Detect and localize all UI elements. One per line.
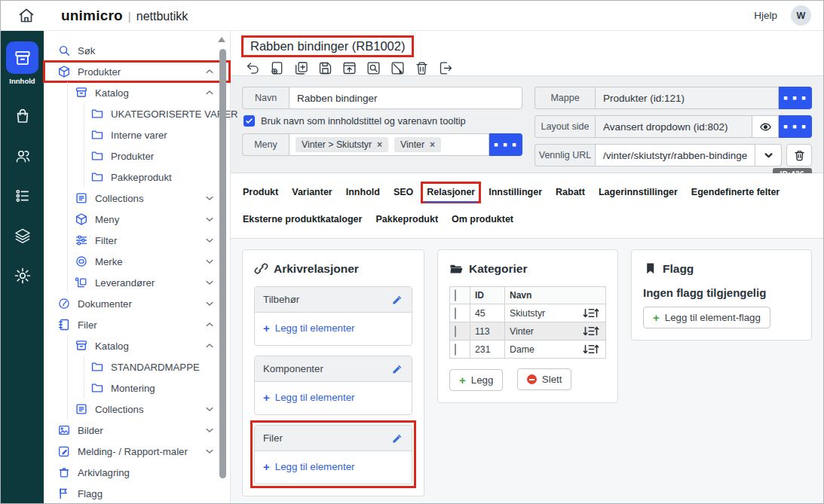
sidebar-item-interne-varer[interactable]: Interne varer <box>44 124 230 145</box>
catalog-icon <box>75 86 88 99</box>
scrollbar-thumb[interactable] <box>219 49 226 478</box>
chevron-up-icon <box>204 341 215 351</box>
categories-card: Kategorier IDNavn 45 Skiutstyr 113 Vinte… <box>437 249 618 403</box>
export-button[interactable] <box>438 60 454 76</box>
tab-seo[interactable]: SEO <box>394 185 413 203</box>
name-input[interactable] <box>289 87 522 109</box>
relation-group-title: Tilbehør <box>263 294 299 305</box>
sidebar-item-katalog[interactable]: Katalog <box>44 335 230 356</box>
remove-tag-icon[interactable]: × <box>377 139 382 150</box>
add-elements-link[interactable]: +Legg til elementer <box>263 322 354 334</box>
sidebar-item-produkter[interactable]: Produkter <box>44 145 230 166</box>
home-icon[interactable] <box>17 7 35 25</box>
scrollbar-up-arrow[interactable] <box>218 37 225 42</box>
rail-item-customers[interactable] <box>14 147 32 165</box>
sidebar-item-arkivlagring[interactable]: Arkivlagring <box>44 462 230 483</box>
tab-varianter[interactable]: Varianter <box>292 185 332 203</box>
avatar[interactable]: W <box>791 5 811 26</box>
edit-pencil-icon[interactable] <box>391 432 403 444</box>
select-all-checkbox[interactable] <box>455 289 456 301</box>
chevron-down-icon <box>762 149 775 162</box>
deselect-button[interactable] <box>390 60 406 76</box>
preview-button[interactable] <box>366 60 381 76</box>
add-elements-link[interactable]: +Legg til elementer <box>263 392 354 403</box>
delete-category-button[interactable]: Slett <box>517 368 572 390</box>
reorder-icon[interactable] <box>581 344 601 355</box>
sidebar-item-flagg[interactable]: Flagg <box>44 483 230 504</box>
preview-layout-button[interactable] <box>752 115 779 138</box>
shopping-bag-icon <box>14 107 32 125</box>
folder-more-button[interactable]: ■ ■ ■ <box>779 87 812 109</box>
menu-tags-field[interactable]: Vinter > Skiutstyr×Vinter× <box>289 133 489 156</box>
add-elements-link[interactable]: +Legg til elementer <box>263 461 354 472</box>
brand-suffix: nettbutikk <box>136 10 188 23</box>
duplicate-icon <box>293 60 309 76</box>
flags-empty-text: Ingen flagg tilgjengelig <box>643 286 800 299</box>
rail-item-lists[interactable] <box>14 187 32 205</box>
sidebar-item-søk[interactable]: Søk <box>44 40 230 61</box>
checkbox-checked-icon[interactable] <box>244 115 255 127</box>
sidebar-item-standardmappe[interactable]: STANDARDMAPPE <box>44 356 230 377</box>
edit-pencil-icon[interactable] <box>391 363 403 375</box>
tab-innstillinger[interactable]: Innstillinger <box>489 185 542 203</box>
upload-button[interactable] <box>342 60 357 76</box>
folder-icon <box>90 170 104 184</box>
rail-item-shop[interactable] <box>14 107 32 125</box>
reorder-icon[interactable] <box>581 325 601 337</box>
add-flag-button[interactable]: + Legg til element-flagg <box>643 307 770 328</box>
sidebar-item-katalog[interactable]: Katalog <box>44 82 230 103</box>
url-field-label: Vennlig URL <box>535 144 595 166</box>
sidebar-item-collections[interactable]: Collections <box>44 399 230 420</box>
tab-produkt[interactable]: Produkt <box>243 185 278 203</box>
edit-pencil-icon[interactable] <box>391 294 403 306</box>
new-document-button[interactable] <box>269 60 285 76</box>
help-link[interactable]: Hjelp <box>754 10 777 21</box>
bookmark-icon <box>643 261 657 276</box>
images-icon <box>57 423 71 437</box>
add-category-button[interactable]: + Legg <box>449 369 503 391</box>
delete-button[interactable] <box>414 60 430 76</box>
tab-relasjoner[interactable]: Relasjoner <box>427 185 475 203</box>
layout-more-button[interactable]: ■ ■ ■ <box>779 115 812 138</box>
row-checkbox[interactable] <box>455 307 456 319</box>
tab-rabatt[interactable]: Rabatt <box>556 185 585 203</box>
categories-table: IDNavn 45 Skiutstyr 113 Vinter 231 Dame <box>449 286 606 359</box>
remove-tag-icon[interactable]: × <box>430 139 435 150</box>
reorder-icon[interactable] <box>581 307 601 319</box>
search-icon <box>57 44 71 57</box>
tab-eksterne-produktkataloger[interactable]: Eksterne produktkataloger <box>243 212 362 230</box>
sidebar-item-merke[interactable]: Merke <box>44 251 230 272</box>
save-button[interactable] <box>317 60 333 76</box>
menu-more-button[interactable]: ■ ■ ■ <box>489 133 522 156</box>
tab-egendefinerte-felter[interactable]: Egendefinerte felter <box>691 185 780 203</box>
sidebar-item-produkter[interactable]: Produkter <box>44 61 230 82</box>
sidebar-item-filter[interactable]: Filter <box>44 230 230 251</box>
use-name-checkbox-row[interactable]: Bruk navn som innholdstittel og varenavn… <box>244 115 522 127</box>
document-header: Rabben bindinger (RB1002) <box>231 31 823 75</box>
duplicate-button[interactable] <box>293 60 309 76</box>
sidebar-item-ukategoriserte-varer[interactable]: UKATEGORISERTE VARER <box>44 103 230 124</box>
sidebar-item-dokumenter[interactable]: Dokumenter <box>44 293 230 314</box>
url-delete-button[interactable] <box>786 144 812 166</box>
rail-item-layers[interactable] <box>14 227 32 245</box>
tab-pakkeprodukt[interactable]: Pakkeprodukt <box>375 212 438 230</box>
sidebar-item-pakkeprodukt[interactable]: Pakkeprodukt <box>44 166 230 188</box>
rail-item-innhold[interactable]: Innhold <box>6 41 38 85</box>
sidebar-item-bilder[interactable]: Bilder <box>44 420 230 441</box>
friendly-url-input[interactable] <box>595 144 755 166</box>
row-checkbox[interactable] <box>455 344 456 356</box>
sidebar-item-filer[interactable]: Filer <box>44 314 230 335</box>
rail-item-settings[interactable] <box>14 267 32 285</box>
tab-lagerinnstillinger[interactable]: Lagerinnstillinger <box>599 185 678 203</box>
tab-innhold[interactable]: Innhold <box>346 185 380 203</box>
sidebar-item-meny[interactable]: Meny <box>44 209 230 230</box>
row-checkbox[interactable] <box>455 325 456 338</box>
sidebar-item-melding-rapport-maler[interactable]: Melding- / Rapport-maler <box>44 441 230 462</box>
archive-relations-card: Arkivrelasjoner Tilbehør +Legg til eleme… <box>242 249 424 496</box>
sidebar-item-collections[interactable]: Collections <box>44 188 230 209</box>
sidebar-item-montering[interactable]: Montering <box>44 377 230 399</box>
undo-button[interactable] <box>245 60 261 76</box>
sidebar-item-leverandører[interactable]: Leverandører <box>44 272 230 293</box>
url-dropdown-button[interactable] <box>755 144 782 166</box>
tab-om-produktet[interactable]: Om produktet <box>452 212 513 230</box>
